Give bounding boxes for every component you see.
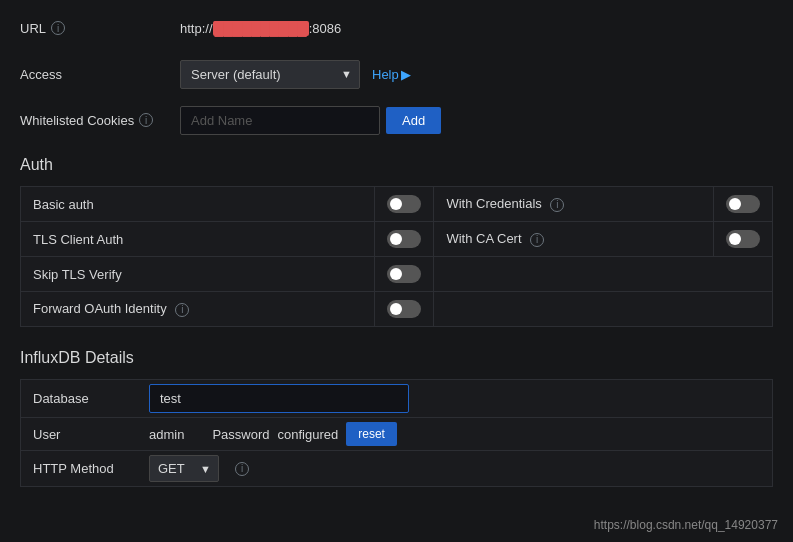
skip-tls-toggle[interactable] <box>387 265 421 283</box>
cookies-label-cell: Whitelisted Cookies i <box>20 113 180 128</box>
with-credentials-slider <box>726 195 760 213</box>
with-credentials-toggle[interactable] <box>726 195 760 213</box>
basic-auth-slider <box>387 195 421 213</box>
access-row: Access Server (default) Browser Direct ▼… <box>20 56 773 92</box>
forward-oauth-empty-cell <box>434 292 773 327</box>
access-label-cell: Access <box>20 67 180 82</box>
url-redacted: ██████████ <box>213 21 309 36</box>
cookies-info-icon[interactable]: i <box>139 113 153 127</box>
auth-row-2: TLS Client Auth With CA Cert i <box>21 222 773 257</box>
basic-auth-label: Basic auth <box>33 197 94 212</box>
with-credentials-info-icon[interactable]: i <box>550 198 564 212</box>
http-method-select[interactable]: GET POST <box>149 455 219 482</box>
forward-oauth-toggle-cell <box>375 292 434 327</box>
url-value: http://██████████:8086 <box>180 21 341 36</box>
http-method-row: HTTP Method GET POST ▼ i <box>21 451 772 486</box>
tls-client-auth-toggle[interactable] <box>387 230 421 248</box>
http-method-select-wrapper: GET POST ▼ <box>149 455 219 482</box>
tls-client-auth-slider <box>387 230 421 248</box>
access-select[interactable]: Server (default) Browser Direct <box>180 60 360 89</box>
skip-tls-toggle-cell <box>375 257 434 292</box>
user-label: User <box>21 419 141 450</box>
tls-client-auth-label-cell: TLS Client Auth <box>21 222 375 257</box>
password-label: Password <box>212 427 269 442</box>
auth-row-4: Forward OAuth Identity i <box>21 292 773 327</box>
basic-auth-label-cell: Basic auth <box>21 187 375 222</box>
auth-row-1: Basic auth With Credentials i <box>21 187 773 222</box>
with-ca-cert-info-icon[interactable]: i <box>530 233 544 247</box>
footer-link: https://blog.csdn.net/qq_14920377 <box>594 518 778 532</box>
password-status: configured <box>278 427 339 442</box>
reset-button[interactable]: reset <box>346 422 397 446</box>
access-label: Access <box>20 67 62 82</box>
basic-auth-toggle-cell <box>375 187 434 222</box>
auth-section-title: Auth <box>20 156 773 174</box>
forward-oauth-toggle[interactable] <box>387 300 421 318</box>
user-value: admin <box>149 427 184 442</box>
influx-details-grid: Database User admin Password configured … <box>20 379 773 487</box>
http-method-info-icon[interactable]: i <box>235 462 249 476</box>
database-value-cell <box>141 380 772 417</box>
url-label-cell: URL i <box>20 21 180 36</box>
url-row: URL i http://██████████:8086 <box>20 10 773 46</box>
url-label: URL <box>20 21 46 36</box>
add-cookie-button[interactable]: Add <box>386 107 441 134</box>
auth-row-3: Skip TLS Verify <box>21 257 773 292</box>
forward-oauth-info-icon[interactable]: i <box>175 303 189 317</box>
cookies-row: Whitelisted Cookies i Add <box>20 102 773 138</box>
skip-tls-empty-cell <box>434 257 773 292</box>
access-select-wrapper: Server (default) Browser Direct ▼ <box>180 60 360 89</box>
cookies-input[interactable] <box>180 106 380 135</box>
skip-tls-slider <box>387 265 421 283</box>
help-link[interactable]: Help ▶ <box>372 67 411 82</box>
http-method-label: HTTP Method <box>21 453 141 484</box>
database-input[interactable] <box>149 384 409 413</box>
with-credentials-label: With Credentials <box>446 196 541 211</box>
user-row: User admin Password configured reset <box>21 418 772 451</box>
with-credentials-label-cell: With Credentials i <box>434 187 714 222</box>
url-suffix: :8086 <box>309 21 342 36</box>
database-row: Database <box>21 380 772 418</box>
with-ca-cert-label-cell: With CA Cert i <box>434 222 714 257</box>
auth-table: Basic auth With Credentials i <box>20 186 773 327</box>
help-text: Help <box>372 67 399 82</box>
tls-client-auth-label: TLS Client Auth <box>33 232 123 247</box>
database-label: Database <box>21 383 141 414</box>
http-method-value-cell: GET POST ▼ i <box>141 451 772 486</box>
forward-oauth-slider <box>387 300 421 318</box>
user-value-cell: admin Password configured reset <box>141 418 772 450</box>
url-prefix: http:// <box>180 21 213 36</box>
skip-tls-label-cell: Skip TLS Verify <box>21 257 375 292</box>
tls-client-auth-toggle-cell <box>375 222 434 257</box>
url-info-icon[interactable]: i <box>51 21 65 35</box>
skip-tls-label: Skip TLS Verify <box>33 267 122 282</box>
forward-oauth-label-cell: Forward OAuth Identity i <box>21 292 375 327</box>
basic-auth-toggle[interactable] <box>387 195 421 213</box>
influx-section-title: InfluxDB Details <box>20 349 773 367</box>
help-arrow-icon: ▶ <box>401 67 411 82</box>
with-ca-cert-toggle[interactable] <box>726 230 760 248</box>
with-credentials-toggle-cell <box>714 187 773 222</box>
with-ca-cert-toggle-cell <box>714 222 773 257</box>
forward-oauth-label: Forward OAuth Identity <box>33 301 167 316</box>
with-ca-cert-label: With CA Cert <box>446 231 521 246</box>
cookies-label: Whitelisted Cookies <box>20 113 134 128</box>
with-ca-cert-slider <box>726 230 760 248</box>
